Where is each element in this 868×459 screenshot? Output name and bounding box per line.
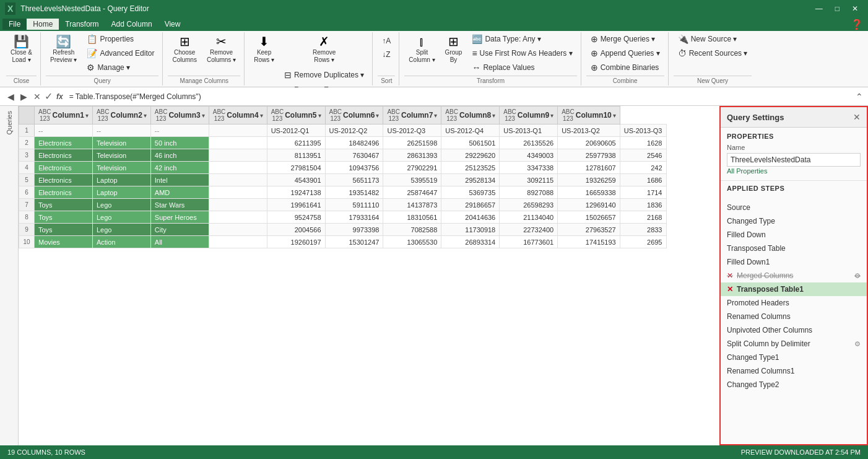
applied-step-transposed-table[interactable]: Transposed Table (721, 242, 867, 255)
formula-nav-prev[interactable]: ◀ (5, 90, 17, 103)
table-cell: City (150, 224, 209, 236)
group-by-button[interactable]: ⊞ GroupBy (441, 32, 467, 67)
col-header-8: ABC123 Column8 ▾ (441, 107, 500, 125)
applied-step-promoted-headers[interactable]: Promoted Headers (721, 296, 867, 310)
ribbon-group-close: 💾 Close &Load ▾ Close (2, 32, 41, 85)
col2-filter[interactable]: ▾ (144, 112, 147, 119)
applied-step-unpivoted-other[interactable]: Unpivoted Other Columns (721, 323, 867, 337)
formula-nav-next[interactable]: ▶ (18, 90, 30, 103)
applied-step-merged-columns[interactable]: ✕Merged Columns⚙ (721, 269, 867, 282)
remove-duplicates-button[interactable]: ⊟ Remove Duplicates ▾ (280, 68, 368, 82)
col9-filter[interactable]: ▾ (550, 112, 553, 119)
table-cell: 12969140 (558, 199, 620, 211)
data-area[interactable]: ABC123 Column1 ▾ ABC123 Column2 ▾ (19, 106, 719, 445)
new-source-icon: 🔌 (678, 34, 688, 44)
applied-step-changed-type[interactable]: Changed Type (721, 214, 867, 228)
table-cell: 242 (620, 162, 666, 174)
split-column-button[interactable]: ⫿ SplitColumn ▾ (404, 32, 439, 67)
col10-filter[interactable]: ▾ (613, 112, 616, 119)
menu-home[interactable]: Home (27, 19, 59, 30)
table-cell: 25123525 (441, 162, 500, 174)
menu-view[interactable]: View (158, 19, 187, 30)
menu-transform[interactable]: Transform (59, 19, 105, 30)
sort-group-label: Sort (378, 76, 395, 85)
keep-rows-icon: ⬇ (259, 35, 269, 48)
sort-desc-button[interactable]: ↓Z (378, 48, 394, 61)
table-cell: US-2012-Q3 (383, 125, 441, 137)
query-settings-close[interactable]: ✕ (853, 112, 861, 122)
applied-step-renamed-columns[interactable]: Renamed Columns (721, 310, 867, 323)
query-name-input[interactable] (727, 153, 861, 167)
all-properties-link[interactable]: All Properties (727, 167, 767, 175)
step-gear-icon[interactable]: ⚙ (854, 340, 861, 348)
maximize-button[interactable]: □ (830, 3, 844, 14)
properties-button[interactable]: 📋 Properties (82, 32, 158, 46)
step-label: Promoted Headers (727, 299, 789, 307)
append-queries-button[interactable]: ⊕ Append Queries ▾ (586, 46, 664, 60)
recent-sources-button[interactable]: ⏱ Recent Sources ▾ (674, 46, 752, 60)
col4-filter[interactable]: ▾ (260, 112, 263, 119)
combine-binaries-button[interactable]: ⊕ Combine Binaries (586, 61, 664, 74)
choose-columns-button[interactable]: ⊞ ChooseColumns (168, 32, 201, 67)
advanced-editor-button[interactable]: 📝 Advanced Editor (82, 46, 158, 60)
col3-filter[interactable]: ▾ (202, 112, 205, 119)
status-left: 19 COLUMNS, 10 ROWS (7, 448, 85, 456)
data-type-button[interactable]: 🔤 Data Type: Any ▾ (467, 32, 576, 46)
step-label: Renamed Columns1 (727, 367, 794, 375)
merge-queries-button[interactable]: ⊕ Merge Queries ▾ (586, 32, 664, 46)
ribbon: 💾 Close &Load ▾ Close 🔄 RefreshPreview ▾… (0, 31, 868, 87)
table-cell: Television (92, 162, 150, 174)
applied-step-changed-type1[interactable]: Changed Type1 (721, 351, 867, 364)
replace-values-icon: ↔ (472, 63, 480, 72)
applied-step-source[interactable]: Source (721, 201, 867, 214)
menu-file[interactable]: File (2, 19, 27, 30)
keep-rows-button[interactable]: ⬇ KeepRows ▾ (250, 32, 279, 67)
data-table: ABC123 Column1 ▾ ABC123 Column2 ▾ (19, 106, 667, 248)
applied-step-split-column[interactable]: Split Column by Delimiter⚙ (721, 337, 867, 351)
applied-step-transposed-table1[interactable]: ✕Transposed Table1 (721, 282, 867, 296)
table-row: 4ElectronicsTelevision42 inch27981504109… (19, 162, 667, 174)
col6-filter[interactable]: ▾ (376, 112, 379, 119)
merge-queries-icon: ⊕ (591, 34, 598, 44)
formula-input[interactable] (67, 92, 852, 101)
row-num-cell: 8 (19, 211, 35, 224)
formula-expand-icon[interactable]: ⌃ (856, 92, 863, 102)
remove-columns-button[interactable]: ✂ RemoveColumns ▾ (202, 32, 240, 67)
applied-step-changed-type2[interactable]: Changed Type2 (721, 378, 867, 391)
table-cell: 10943756 (325, 162, 383, 174)
replace-values-button[interactable]: ↔ Replace Values (467, 61, 576, 74)
new-source-button[interactable]: 🔌 New Source ▾ (674, 32, 752, 46)
menu-add-column[interactable]: Add Column (105, 19, 158, 30)
formula-confirm-btn[interactable]: ✓ (45, 90, 53, 102)
close-button[interactable]: ✕ (847, 3, 863, 14)
remove-rows-button[interactable]: ✗ RemoveRows ▾ (280, 32, 368, 67)
col7-type: ABC123 (387, 108, 400, 122)
refresh-preview-button[interactable]: 🔄 RefreshPreview ▾ (46, 32, 81, 67)
sort-asc-button[interactable]: ↑A (378, 35, 395, 47)
applied-step-filled-down1[interactable]: Filled Down1 (721, 255, 867, 269)
help-icon[interactable]: ❓ (851, 19, 863, 30)
table-cell: 26893314 (441, 236, 500, 248)
col8-filter[interactable]: ▾ (492, 112, 495, 119)
close-load-button[interactable]: 💾 Close &Load ▾ (6, 32, 37, 67)
step-error-icon: ✕ (727, 271, 733, 280)
col7-filter[interactable]: ▾ (434, 112, 437, 119)
use-first-row-button[interactable]: ≡ Use First Row As Headers ▾ (467, 46, 576, 60)
applied-step-filled-down[interactable]: Filled Down (721, 228, 867, 242)
minimize-button[interactable]: — (810, 3, 828, 14)
table-cell: 20414636 (441, 211, 500, 224)
applied-step-renamed-columns1[interactable]: Renamed Columns1 (721, 364, 867, 378)
col5-filter[interactable]: ▾ (318, 112, 321, 119)
col10-name: Column10 (576, 111, 612, 120)
step-gear-icon[interactable]: ⚙ (854, 272, 861, 280)
formula-cancel-btn[interactable]: ✕ (33, 92, 41, 102)
col1-filter[interactable]: ▾ (85, 112, 89, 119)
table-cell: 1836 (620, 199, 666, 211)
col-header-6: ABC123 Column6 ▾ (325, 107, 383, 125)
table-cell: 17933164 (325, 211, 383, 224)
row-num-cell: 2 (19, 137, 35, 149)
col4-name: Column4 (227, 111, 258, 120)
table-cell: Star Wars (150, 199, 209, 211)
table-cell: Electronics (35, 174, 93, 186)
manage-button[interactable]: ⚙ Manage ▾ (82, 61, 158, 74)
